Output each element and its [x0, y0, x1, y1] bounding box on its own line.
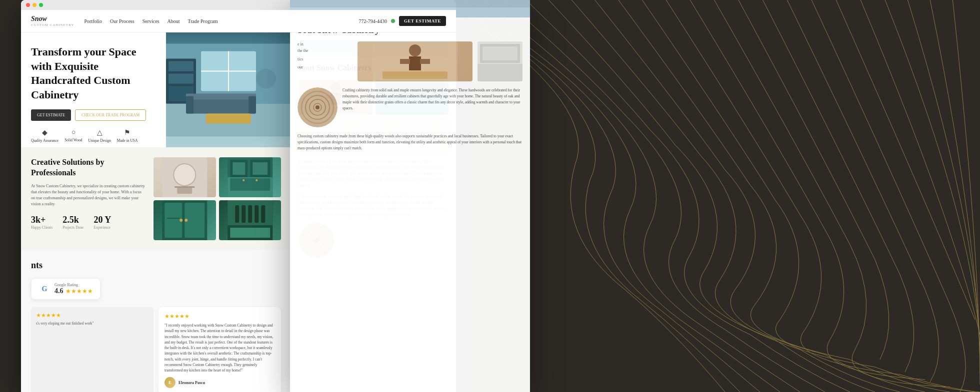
- testimonial-partial-left: ★★★★★ s's very eloping me out finished w…: [31, 307, 154, 392]
- hero-left: Transform your Space with Exquisite Hand…: [21, 32, 166, 147]
- stat-projects: 2.5k Projects Done: [62, 215, 84, 230]
- testimonial-text-1: "I recently enjoyed working with Snow Cu…: [164, 323, 275, 373]
- svg-point-18: [174, 164, 196, 186]
- close-button[interactable]: [26, 3, 30, 7]
- svg-rect-94: [482, 46, 518, 60]
- feature-wood-label: Solid Wood: [64, 138, 82, 142]
- svg-point-34: [184, 219, 188, 222]
- worker-img-2: [358, 41, 472, 81]
- testimonial-name-1: Eleonora Pascu: [178, 381, 205, 385]
- svg-rect-90: [382, 71, 448, 79]
- svg-rect-35: [167, 218, 180, 219]
- secondary-window: bout Snow Cabinetry e inthe the tics our: [290, 0, 530, 392]
- hero-room-svg: [166, 32, 291, 147]
- svg-rect-39: [235, 205, 239, 223]
- kitchen-svg: [219, 157, 282, 197]
- secondary-about-text: Crafting cabinetry from solid oak and ma…: [342, 87, 522, 127]
- stat-clients-number: 3k+: [31, 215, 52, 225]
- testimonial-avatar-1: E: [164, 377, 176, 388]
- stats-row: 3k+ Happy Clients 2.5k Projects Done 20 …: [31, 215, 146, 230]
- creative-title: Creative Solutions by Professionals: [31, 157, 146, 178]
- feature-quality: ◆ Quality Assurance: [31, 128, 58, 143]
- partial-stars: ★★★★★: [36, 312, 148, 319]
- creative-img-kitchen1: [219, 157, 282, 197]
- partial-text-2: tics: [298, 56, 352, 63]
- minimize-button[interactable]: [32, 3, 36, 7]
- svg-point-16: [256, 69, 276, 89]
- wood-slice-svg-2: [298, 87, 338, 127]
- google-info: Google Rating 4.6 ★★★★★: [54, 283, 93, 295]
- hero-features: ◆ Quality Assurance ○ Solid Wood △ Uniqu…: [31, 128, 156, 143]
- stat-experience-label: Experience: [94, 225, 111, 230]
- nav-portfolio[interactable]: Portfolio: [84, 18, 102, 24]
- svg-rect-5: [168, 61, 194, 71]
- svg-rect-6: [168, 74, 194, 84]
- white-kitchen-2: [478, 41, 522, 81]
- cabinet-svg: [154, 200, 216, 240]
- creative-images: [154, 157, 281, 240]
- google-score: 4.6: [54, 287, 64, 295]
- nav-trade[interactable]: Trade Program: [188, 18, 218, 24]
- estimate-button[interactable]: GET ESTIMATE: [31, 109, 71, 121]
- nav-about[interactable]: About: [168, 18, 180, 24]
- svg-point-86: [409, 44, 421, 56]
- svg-point-29: [256, 179, 258, 181]
- nav-services[interactable]: Services: [142, 18, 160, 24]
- svg-rect-42: [254, 205, 258, 223]
- testimonials-section: nts G Google Rating 4.6 ★★★★★: [21, 250, 291, 392]
- feature-usa-label: Made in USA: [117, 138, 138, 143]
- about-para-2: Choosing custom cabinetry made from thes…: [298, 133, 522, 151]
- creative-img-wine: [219, 200, 282, 240]
- secondary-content: bout Snow Cabinetry e inthe the tics our: [290, 17, 530, 159]
- stat-clients: 3k+ Happy Clients: [31, 215, 52, 230]
- hero-section: Transform your Space with Exquisite Hand…: [21, 32, 291, 147]
- creative-img-bathroom: [154, 157, 216, 197]
- logo[interactable]: Snow Custom Cabinetry: [31, 15, 74, 27]
- trade-button[interactable]: CHECK OUR TRADE PROGRAM: [75, 109, 146, 121]
- svg-rect-15: [206, 114, 251, 124]
- usa-icon: ⚑: [124, 128, 130, 137]
- svg-rect-20: [174, 186, 194, 188]
- white-kitchen-svg-2: [478, 41, 522, 81]
- nav-estimate-button[interactable]: GET ESTIMATE: [399, 16, 446, 26]
- google-rating-badge: G Google Rating 4.6 ★★★★★: [31, 278, 100, 300]
- google-label: Google Rating: [54, 283, 93, 287]
- stat-projects-label: Projects Done: [62, 225, 84, 230]
- svg-rect-88: [400, 59, 410, 64]
- svg-rect-27: [252, 162, 268, 175]
- stat-clients-label: Happy Clients: [31, 225, 52, 230]
- worker-svg-2: [358, 41, 472, 81]
- creative-section: Creative Solutions by Professionals At S…: [21, 147, 291, 250]
- navbar: Snow Custom Cabinetry Portfolio Our Proc…: [21, 10, 456, 32]
- nav-process[interactable]: Our Process: [110, 18, 134, 24]
- stat-experience-number: 20 Y: [94, 215, 111, 225]
- logo-subtitle: Custom Cabinetry: [31, 23, 74, 27]
- feature-quality-label: Quality Assurance: [31, 138, 58, 143]
- svg-point-100: [316, 105, 320, 109]
- stat-projects-number: 2.5k: [62, 215, 84, 225]
- partial-text-1: e inthe the: [298, 41, 352, 54]
- partial-text-3: our: [298, 64, 352, 71]
- svg-rect-23: [230, 178, 270, 191]
- svg-rect-92: [478, 64, 522, 81]
- feature-design-label: Unique Design: [88, 138, 111, 143]
- stat-experience: 20 Y Experience: [94, 215, 111, 230]
- svg-point-33: [180, 219, 182, 222]
- design-icon: △: [97, 128, 102, 137]
- testimonials-title: nts: [31, 260, 281, 271]
- svg-rect-41: [248, 205, 252, 223]
- bathroom-svg: [154, 157, 216, 197]
- hero-title: Transform your Space with Exquisite Hand…: [31, 45, 156, 102]
- maximize-button[interactable]: [39, 3, 43, 7]
- partial-text: s's very eloping me out finished work": [36, 321, 148, 326]
- hero-image: [166, 32, 291, 147]
- google-score-row: 4.6 ★★★★★: [54, 287, 93, 295]
- svg-point-28: [242, 179, 244, 181]
- wood-slice-img: [298, 87, 338, 127]
- testimonial-card-1: ★★★★★ "I recently enjoyed working with S…: [158, 307, 281, 392]
- creative-img-cabinet: [154, 200, 216, 240]
- creative-text: At Snow Custom Cabinetry, we specialize …: [31, 183, 146, 207]
- svg-rect-87: [409, 56, 421, 70]
- testimonial-stars-1: ★★★★★: [164, 313, 275, 320]
- wood-icon: ○: [72, 128, 76, 136]
